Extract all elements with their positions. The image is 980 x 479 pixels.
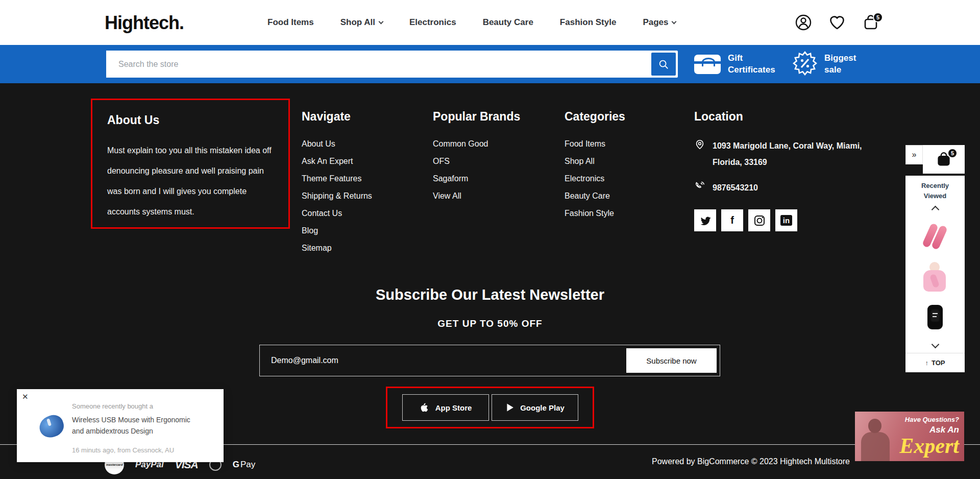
recently-viewed-label: RecentlyViewed — [905, 181, 965, 201]
nav-fashion-style[interactable]: Fashion Style — [560, 17, 617, 28]
footer-link-common-good[interactable]: Common Good — [433, 139, 520, 149]
watch-digits-shape — [933, 316, 937, 317]
google-play-button[interactable]: Google Play — [492, 394, 578, 421]
footer-location-column: Location 1093 Marigold Lane, Coral Way, … — [694, 110, 862, 231]
scroll-down-icon[interactable] — [932, 342, 939, 349]
newsletter-email-input[interactable] — [260, 356, 626, 365]
phone-row: 9876543210 — [694, 180, 862, 196]
nav-beauty-care[interactable]: Beauty Care — [483, 17, 533, 28]
search-bar-section: GiftCertificates Biggestsale — [0, 45, 980, 83]
phone-text: 9876543210 — [713, 180, 758, 196]
chevron-down-icon — [379, 19, 384, 25]
footer-link-blog[interactable]: Blog — [302, 226, 372, 236]
footer-link-beauty-care[interactable]: Beauty Care — [565, 191, 625, 201]
biggest-sale-link[interactable]: Biggestsale — [793, 45, 856, 83]
header-icons: 5 — [794, 0, 880, 45]
navigate-title: Navigate — [302, 110, 372, 124]
nav-label: Pages — [643, 17, 668, 28]
close-icon[interactable]: ✕ — [22, 392, 29, 401]
nav-label: Food Items — [267, 17, 314, 28]
map-pin-icon — [694, 139, 705, 150]
footer-link-ofs[interactable]: OFS — [433, 156, 520, 166]
footer-navigate-column: Navigate About Us Ask An Expert Theme Fe… — [302, 110, 372, 260]
rail-cart-icon[interactable]: 5 — [923, 145, 965, 174]
footer-link-electronics[interactable]: Electronics — [565, 174, 625, 184]
recently-viewed-product-hoodie[interactable] — [917, 260, 953, 296]
recently-viewed-product-smartwatch[interactable] — [917, 301, 953, 337]
watch-screen-shape — [930, 309, 940, 322]
footer-link-food-items[interactable]: Food Items — [565, 139, 625, 149]
instagram-icon[interactable] — [748, 209, 770, 231]
about-us-box: About Us Must explain too you all this m… — [91, 99, 290, 229]
social-icons: f in — [694, 209, 862, 231]
google-play-label: Google Play — [520, 403, 565, 412]
address-text: 1093 Marigold Lane, Coral Way, Miami, Fl… — [713, 138, 862, 171]
arrow-up-icon: ↑ — [925, 359, 929, 367]
app-store-button[interactable]: App Store — [402, 394, 489, 421]
apple-icon — [419, 402, 430, 413]
footer-link-about-us[interactable]: About Us — [302, 139, 372, 149]
facebook-glyph: f — [730, 214, 734, 226]
nav-electronics[interactable]: Electronics — [409, 17, 456, 28]
footer-link-sagaform[interactable]: Sagaform — [433, 174, 520, 184]
recently-viewed-rail: » 5 RecentlyViewed — [905, 145, 965, 372]
cart-bag-icon[interactable]: 5 — [862, 13, 880, 32]
rail-cart-count-badge: 5 — [947, 148, 958, 158]
footer-link-sitemap[interactable]: Sitemap — [302, 243, 372, 253]
mouse-body-shape — [37, 413, 67, 441]
gift-certificates-label: GiftCertificates — [728, 53, 775, 75]
nav-label: Fashion Style — [560, 17, 617, 28]
newsletter-subtitle: GET UP TO 50% OFF — [0, 318, 980, 329]
footer-link-view-all[interactable]: View All — [433, 191, 520, 201]
footer-categories-column: Categories Food Items Shop All Electroni… — [565, 110, 625, 226]
expert-banner-text: Have Questions? Ask An Expert — [899, 416, 959, 457]
expert-line2: Ask An — [899, 425, 959, 435]
ask-an-expert-banner[interactable]: Have Questions? Ask An Expert — [855, 412, 964, 461]
search-box — [106, 51, 678, 78]
gift-certificates-link[interactable]: GiftCertificates — [694, 45, 775, 83]
site-logo[interactable]: Hightech. — [105, 12, 184, 34]
page: Hightech. Food Items Shop All Electronic… — [0, 0, 980, 479]
newsletter-title: Subscribe Our Latest Newsletter — [0, 286, 980, 303]
nav-label: Beauty Care — [483, 17, 533, 28]
app-buttons-box: App Store Google Play — [386, 387, 594, 428]
newsletter-form: Subscribe now — [259, 345, 720, 376]
nav-food-items[interactable]: Food Items — [267, 17, 314, 28]
back-to-top-button[interactable]: ↑ TOP — [905, 353, 965, 372]
search-button[interactable] — [651, 53, 676, 76]
wishlist-heart-icon[interactable] — [828, 13, 846, 32]
footer-link-theme-features[interactable]: Theme Features — [302, 174, 372, 184]
recently-viewed-panel: RecentlyViewed ↑ TOP — [905, 176, 965, 372]
rail-top-row: » 5 — [905, 145, 965, 174]
google-play-icon — [505, 402, 515, 413]
expert-line3: Expert — [899, 435, 959, 457]
nav-shop-all[interactable]: Shop All — [340, 17, 383, 28]
collapse-rail-icon[interactable]: » — [905, 145, 923, 164]
address-row: 1093 Marigold Lane, Coral Way, Miami, Fl… — [694, 138, 862, 171]
footer-link-shop-all[interactable]: Shop All — [565, 156, 625, 166]
categories-title: Categories — [565, 110, 625, 124]
nav-label: Electronics — [409, 17, 456, 28]
scroll-up-icon[interactable] — [932, 207, 939, 214]
subscribe-button[interactable]: Subscribe now — [626, 348, 717, 373]
footer-link-shipping-returns[interactable]: Shipping & Returns — [302, 191, 372, 201]
account-icon[interactable] — [794, 13, 813, 32]
footer-link-ask-an-expert[interactable]: Ask An Expert — [302, 156, 372, 166]
expert-person-image — [859, 418, 895, 461]
twitter-icon[interactable] — [694, 209, 716, 231]
footer-link-contact-us[interactable]: Contact Us — [302, 208, 372, 219]
search-input[interactable] — [106, 51, 651, 78]
gpay-g-glyph: G — [233, 460, 239, 470]
nav-pages[interactable]: Pages — [643, 17, 676, 28]
brands-title: Popular Brands — [433, 110, 520, 124]
popup-product-link[interactable]: Wireless USB Mouse with Ergonomic and am… — [72, 415, 194, 437]
popup-intro-text: Someone recently bought a — [72, 402, 153, 410]
recently-viewed-product-rollers[interactable] — [917, 219, 953, 255]
facebook-icon[interactable]: f — [721, 209, 743, 231]
payment-gpay-icon: GPay — [233, 460, 256, 470]
product-mouse-image[interactable] — [36, 414, 68, 440]
linkedin-icon[interactable]: in — [775, 209, 797, 231]
footer-link-fashion-style[interactable]: Fashion Style — [565, 208, 625, 219]
gift-card-icon — [694, 55, 721, 74]
app-store-label: App Store — [435, 403, 472, 412]
